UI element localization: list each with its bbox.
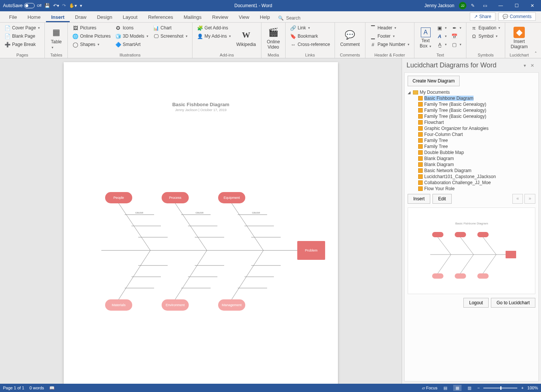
tree-item[interactable]: Graphic Organizer for Analogies [408, 125, 535, 131]
share-button[interactable]: ↗Share [470, 12, 495, 21]
cover-page-button[interactable]: 📄Cover Page▾ [3, 24, 41, 32]
bookmark-button[interactable]: 🔖Bookmark [289, 32, 332, 40]
date-time-button[interactable]: 📅 [450, 32, 463, 40]
read-mode-icon[interactable]: ▤ [441, 385, 449, 391]
tree-collapse-icon[interactable]: ◢ [408, 90, 411, 95]
ribbon-display-icon[interactable]: ▭ [479, 3, 491, 8]
coming-soon-icon[interactable]: ✎ [471, 3, 475, 8]
create-new-diagram-button[interactable]: Create New Diagram [408, 76, 460, 86]
tree-item[interactable]: Family Tree (Basic Genealogy) [408, 107, 535, 113]
wordart-button[interactable]: A▾ [435, 32, 448, 40]
undo-icon[interactable]: ↶▾ [53, 3, 59, 8]
tree-root[interactable]: ◢ My Documents [408, 89, 535, 95]
tree-item[interactable]: Basic Network Diagram [408, 168, 535, 174]
table-button[interactable]: ▦ Table▾ [48, 24, 64, 52]
tab-review[interactable]: Review [207, 12, 234, 22]
save-icon[interactable]: 💾 [44, 3, 50, 8]
text-box-button[interactable]: A Text Box ▾ [417, 24, 434, 52]
tab-help[interactable]: Help [255, 12, 275, 22]
tree-item[interactable]: Family Tree (Basic Genealogy) [408, 101, 535, 107]
tab-design[interactable]: Design [92, 12, 117, 22]
spellcheck-icon[interactable]: 📖 [49, 386, 55, 390]
focus-mode-button[interactable]: ▱ Focus [422, 386, 437, 390]
pane-menu-icon[interactable]: ▾ [521, 63, 528, 68]
collapse-ribbon-icon[interactable]: ˄ [533, 50, 538, 58]
redo-icon[interactable]: ↷ [62, 3, 66, 8]
touch-mode-icon[interactable]: ✋▾ [69, 3, 77, 8]
tab-view[interactable]: View [234, 12, 255, 22]
tree-item[interactable]: Family Tree [408, 137, 535, 143]
zoom-out-button[interactable]: − [477, 386, 480, 390]
comment-button[interactable]: 💬 Comment [338, 24, 362, 52]
tree-item[interactable]: Double Bubble Map [408, 149, 535, 156]
pictures-button[interactable]: 🖼Pictures [71, 24, 112, 32]
link-button[interactable]: 🔗Link▾ [289, 24, 332, 32]
goto-lucidchart-button[interactable]: Go to Lucidchart [491, 298, 535, 308]
blank-page-button[interactable]: 📄Blank Page [3, 32, 41, 40]
tab-layout[interactable]: Layout [118, 12, 143, 22]
tree-item[interactable]: Flowchart [408, 119, 535, 125]
tree-item[interactable]: Four-Column Chart [408, 131, 535, 137]
signature-line-button[interactable]: ✒▾ [450, 24, 463, 32]
get-addins-button[interactable]: 🧩Get Add-ins [196, 24, 232, 32]
tab-file[interactable]: File [4, 12, 22, 22]
document-canvas[interactable]: Basic Fishbone Diagram Jenny Jackson | O… [0, 58, 402, 384]
tab-insert[interactable]: Insert [46, 12, 70, 22]
tree-item[interactable]: Lucidchart101_Capstone_JJackson [408, 174, 535, 180]
tab-home[interactable]: Home [22, 12, 46, 22]
3d-models-button[interactable]: 🧊3D Models▾ [114, 32, 150, 40]
my-addins-button[interactable]: 👤My Add-ins▾ [196, 32, 232, 40]
quick-parts-button[interactable]: ▣▾ [435, 24, 448, 32]
shapes-button[interactable]: ◯Shapes▾ [71, 41, 112, 48]
footer-button[interactable]: ▁Footer▾ [368, 32, 411, 40]
comments-button[interactable]: 💬Comments [498, 12, 536, 21]
chart-button[interactable]: 📊Chart [151, 24, 189, 32]
user-avatar[interactable]: JJ [459, 2, 466, 9]
pane-close-icon[interactable]: ✕ [528, 63, 536, 68]
web-layout-icon[interactable]: ▥ [465, 385, 474, 391]
tree-item[interactable]: Collaboration Challenge_JJ_Moe [408, 180, 535, 186]
tree-item[interactable]: Blank Diagram [408, 156, 535, 162]
online-pictures-button[interactable]: 🌐Online Pictures [71, 32, 112, 40]
header-button[interactable]: ▔Header▾ [368, 24, 411, 32]
page-indicator[interactable]: Page 1 of 1 [3, 386, 24, 390]
tree-item[interactable]: Blank Diagram [408, 162, 535, 168]
insert-button[interactable]: Insert [408, 194, 430, 204]
prev-page-button[interactable]: « [512, 194, 523, 204]
insert-diagram-button[interactable]: ◆ Insert Diagram [508, 24, 530, 52]
close-button[interactable]: ✕ [527, 3, 538, 8]
zoom-in-button[interactable]: + [521, 386, 523, 390]
equation-button[interactable]: πEquation▾ [469, 24, 502, 32]
object-button[interactable]: ▢▾ [450, 41, 463, 48]
wikipedia-button[interactable]: W Wikipedia [234, 24, 258, 52]
autosave-toggle[interactable]: AutoSave Off [3, 3, 41, 8]
logout-button[interactable]: Logout [463, 298, 489, 308]
zoom-slider[interactable] [483, 387, 517, 389]
icons-button[interactable]: ✪Icons [114, 24, 150, 32]
maximize-button[interactable]: ☐ [511, 3, 522, 8]
qat-customize-icon[interactable]: ▾ [80, 3, 82, 8]
tree-item[interactable]: Family Tree (Basic Genealogy) [408, 113, 535, 119]
search-box[interactable]: 🔍 Search [275, 14, 303, 22]
symbol-button[interactable]: ΩSymbol▾ [469, 32, 502, 40]
tab-references[interactable]: References [143, 12, 178, 22]
page-break-button[interactable]: ➕Page Break [3, 41, 41, 48]
tab-draw[interactable]: Draw [70, 12, 92, 22]
cross-reference-button[interactable]: ↔Cross-reference [289, 41, 332, 48]
tree-item[interactable]: Basic Fishbone Diagram [408, 95, 535, 101]
user-name[interactable]: Jenny Jackson [425, 3, 454, 8]
drop-cap-button[interactable]: A̲▾ [435, 41, 448, 48]
print-layout-icon[interactable]: ▦ [453, 385, 462, 391]
tab-mailings[interactable]: Mailings [178, 12, 207, 22]
tree-item[interactable]: Family Tree [408, 143, 535, 149]
word-count[interactable]: 0 words [29, 386, 44, 390]
next-page-button[interactable]: » [524, 194, 535, 204]
online-video-button[interactable]: 🎬 Online Video [264, 24, 282, 52]
smartart-button[interactable]: 🔷SmartArt [114, 41, 150, 48]
minimize-button[interactable]: — [495, 3, 506, 8]
page-number-button[interactable]: #Page Number▾ [368, 41, 411, 48]
edit-button[interactable]: Edit [432, 194, 452, 204]
screenshot-button[interactable]: 🖵Screenshot▾ [151, 32, 189, 40]
zoom-level[interactable]: 100% [527, 386, 538, 390]
tree-item[interactable]: Flow Your Role [408, 186, 535, 192]
